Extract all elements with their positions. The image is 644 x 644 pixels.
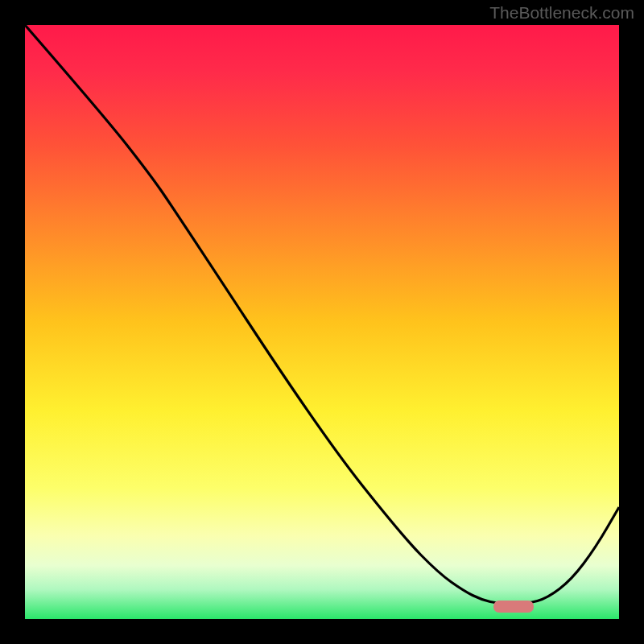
chart-container: TheBottleneck.com (0, 0, 644, 644)
watermark-text: TheBottleneck.com (489, 3, 634, 23)
bottleneck-chart (0, 0, 644, 644)
chart-gradient-area (25, 25, 619, 619)
bottleneck-marker (493, 601, 534, 613)
